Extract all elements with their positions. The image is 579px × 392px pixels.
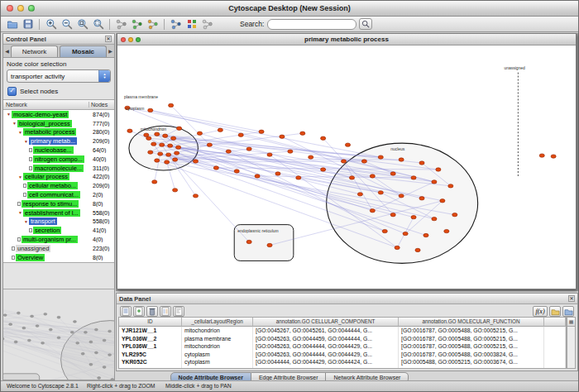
expander-icon[interactable]: ▼ [23,219,29,224]
tree-row[interactable]: ▼cellular process422(0) [3,173,114,182]
window-titlebar[interactable]: Cytoscape Desktop (New Session) [1,1,578,17]
tab-scroll-right-icon[interactable]: ▶ [108,45,113,57]
open-attributes-icon[interactable] [562,306,574,317]
tree-row[interactable]: ▼transport558(0) [3,218,114,227]
table-row[interactable]: YPL036W__1mitochondrion[GO:0045263, GO:0… [119,342,566,351]
network-node[interactable] [148,151,153,154]
tab-mosaic[interactable]: Mosaic [60,45,107,57]
network-node[interactable] [155,159,160,162]
expander-icon[interactable]: ▼ [17,174,23,179]
close-frame-button[interactable] [121,37,126,42]
network-node[interactable] [309,155,313,159]
tree-row[interactable]: ▼establishment of l...558(0) [3,208,114,218]
select-nodes-checkbox[interactable]: ✓ [7,87,17,96]
tree-row[interactable]: unassigned223(0) [3,244,114,253]
network-node[interactable] [370,209,375,213]
network-node[interactable] [378,191,383,194]
annotations-icon[interactable] [200,17,214,31]
tree-row[interactable]: macromolecule...311(0) [3,164,114,173]
network-node[interactable] [197,131,202,135]
network-node[interactable] [399,158,404,161]
network-node[interactable] [238,133,243,136]
network-node[interactable] [267,243,272,246]
tree-row[interactable]: secretion41(0) [3,226,114,235]
network-node[interactable] [423,233,428,237]
network-node[interactable] [177,127,182,130]
network-node[interactable] [246,240,251,243]
function-builder-button[interactable]: f(x) [533,306,548,317]
open-session-icon[interactable] [5,17,19,31]
minimize-window-button[interactable] [17,5,24,12]
zoom-window-button[interactable] [28,5,35,12]
network-node[interactable] [218,128,223,131]
network-node[interactable] [169,103,174,107]
column-header[interactable]: annotation.GO MOLECULAR_FUNCTION [399,318,544,327]
network-node[interactable] [165,160,170,164]
tab-scroll-left-icon[interactable]: ◀ [4,45,10,57]
network-node[interactable] [152,180,157,184]
network-node[interactable] [419,197,424,200]
network-node[interactable] [448,184,453,188]
table-row[interactable]: YKR052Ccytoplasm[GO:0044444, GO:0044429,… [119,358,566,366]
network-node[interactable] [246,147,251,151]
zoom-out-icon[interactable] [60,17,74,31]
attribute-batch-icon[interactable] [173,306,184,317]
network-node[interactable] [280,135,285,138]
select-nodes-row[interactable]: ✓ Select nodes [3,85,114,99]
network-node[interactable] [259,130,264,133]
network-node[interactable] [148,108,153,112]
network-node[interactable] [411,215,416,218]
search-button[interactable] [359,18,372,30]
tree-row[interactable]: nucleobase...64(0) [3,146,114,155]
network-node[interactable] [432,180,437,184]
network-node[interactable] [175,151,179,155]
table-scrollbar[interactable]: ▦ [567,317,576,369]
combo-arrows-icon[interactable]: ▲▼ [98,70,110,82]
create-attribute-icon[interactable] [133,306,145,317]
tree-row[interactable]: nitrogen compo...40(0) [3,155,114,164]
network-tree[interactable]: ▼mosaic-demo-yeast874(0)▼biological_proc… [3,110,114,263]
column-header[interactable] [544,318,566,327]
network-node[interactable] [168,144,173,147]
network-canvas[interactable]: plasma membranecytoplasmmitochondrionnuc… [117,45,576,289]
expander-icon[interactable]: ▼ [17,210,23,215]
create-network-from-selection-icon[interactable] [130,17,144,31]
network-node[interactable] [551,155,556,158]
network-node[interactable] [176,146,181,149]
tree-row[interactable]: cellular metabo...209(0) [3,181,114,190]
network-node[interactable] [399,194,404,198]
destroy-network-icon[interactable] [114,17,128,31]
select-attributes-icon[interactable] [120,306,132,317]
table-row[interactable]: YPL036W__2plasma membrane[GO:0045263, GO… [119,335,566,343]
network-node[interactable] [193,194,198,198]
first-neighbors-icon[interactable] [146,17,160,31]
zoom-selected-icon[interactable] [75,17,89,31]
search-input[interactable] [267,19,356,30]
expander-icon[interactable]: ▼ [23,139,29,144]
network-node[interactable] [173,158,178,161]
network-node[interactable] [341,160,346,163]
column-header[interactable]: _cellularLayoutRegion [182,318,253,327]
network-node[interactable] [171,136,176,140]
network-node[interactable] [390,213,395,217]
tab-network[interactable]: Network [11,45,58,57]
network-node[interactable] [193,160,198,163]
tree-row[interactable]: Overview8(0) [3,253,114,262]
table-options-icon[interactable]: ▦ [567,318,575,327]
network-node[interactable] [349,176,354,179]
tree-row[interactable]: cell communicat...2(0) [3,190,114,199]
network-node[interactable] [226,150,231,153]
network-node[interactable] [267,153,272,156]
zoom-in-icon[interactable] [44,17,58,31]
network-node[interactable] [370,174,375,178]
table-row[interactable]: YLR295Ccytoplasm[GO:0045263, GO:0044444,… [119,351,566,359]
network-node[interactable] [255,174,260,178]
expander-icon[interactable]: ▼ [6,112,12,117]
network-node[interactable] [321,168,326,171]
network-node[interactable] [361,160,366,163]
network-node[interactable] [300,131,305,135]
tree-row[interactable]: multi-organism pr...4(0) [3,235,114,244]
network-node[interactable] [411,176,416,179]
network-node[interactable] [234,170,239,173]
network-node[interactable] [345,143,350,146]
